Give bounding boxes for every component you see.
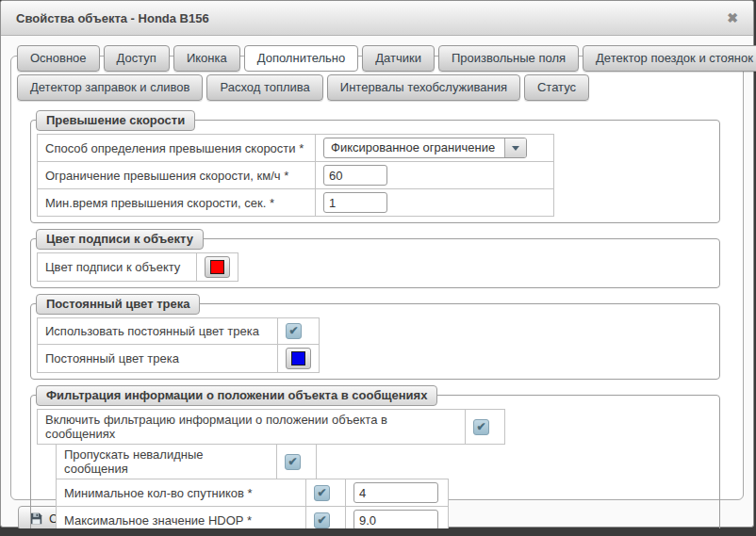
speeding-limit-input[interactable]: [323, 165, 387, 186]
tab-main[interactable]: Основное: [17, 45, 100, 72]
table-row: Включить фильтрацию информации о положен…: [38, 410, 505, 445]
max-hdop-checkbox[interactable]: ✔: [314, 512, 330, 528]
object-properties-dialog: Свойства объекта - Honda B156 ✖ Основное…: [0, 0, 754, 528]
section-track-color: Постоянный цвет трека Использовать посто…: [30, 303, 720, 380]
table-row: Использовать постоянный цвет трека ✔: [38, 318, 320, 345]
filtration-enable-table: Включить фильтрацию информации о положен…: [37, 409, 505, 445]
max-hdop-input[interactable]: [353, 510, 438, 530]
speeding-method-select[interactable]: Фиксированное ограничение: [323, 138, 527, 158]
chevron-down-icon: [512, 146, 519, 151]
tab-status[interactable]: Статус: [524, 74, 589, 101]
section-filtration: Фильтрация информации о положении объект…: [30, 395, 720, 536]
tab-icon[interactable]: Иконка: [173, 45, 240, 72]
tab-fuel-consumption[interactable]: Расход топлива: [206, 74, 322, 101]
track-color-table: Использовать постоянный цвет трека ✔ Пос…: [37, 317, 320, 373]
close-icon[interactable]: ✖: [727, 11, 738, 24]
label-color-swatch: [210, 260, 224, 274]
tab-row-2: Детектор заправок и сливов Расход топлив…: [17, 74, 737, 101]
tab-fuel-fillings-detector[interactable]: Детектор заправок и сливов: [17, 74, 203, 101]
label-color-picker-button[interactable]: [205, 256, 230, 278]
table-row: Постоянный цвет трека: [38, 345, 320, 373]
table-row: Ограничение превышения скорости, км/ч *: [38, 162, 554, 189]
tab-access[interactable]: Доступ: [104, 45, 170, 72]
dialog-titlebar: Свойства объекта - Honda B156 ✖: [1, 1, 753, 36]
table-row: Минимальное кол-во спутников * ✔: [57, 479, 449, 507]
dialog-title: Свойства объекта - Honda B156: [16, 11, 727, 25]
skip-invalid-checkbox[interactable]: ✔: [285, 454, 301, 470]
min-sats-checkbox[interactable]: ✔: [314, 485, 330, 501]
section-track-color-legend: Постоянный цвет трека: [36, 294, 200, 315]
filtration-values-table: Минимальное кол-во спутников * ✔ Максима…: [56, 479, 449, 536]
section-filtration-legend: Фильтрация информации о положении объект…: [36, 385, 437, 406]
tab-sensors[interactable]: Датчики: [362, 45, 435, 72]
skip-invalid-table: Пропускать невалидные сообщения ✔: [56, 444, 317, 479]
speeding-limit-label: Ограничение превышения скорости, км/ч *: [38, 162, 316, 189]
tab-trip-detector[interactable]: Детектор поездок и стоянок: [583, 45, 756, 72]
table-row: Цвет подписи к объекту: [38, 253, 238, 282]
table-row: Способ определения превышения скорости *…: [38, 135, 554, 162]
track-color-use-checkbox[interactable]: ✔: [286, 323, 302, 339]
tab-custom-fields[interactable]: Произвольные поля: [438, 45, 579, 72]
dialog-body: Основное Доступ Иконка Дополнительно Дат…: [1, 56, 753, 536]
speeding-method-label: Способ определения превышения скорости *: [38, 135, 316, 162]
background-strip: [0, 528, 756, 536]
dropdown-button[interactable]: [504, 138, 526, 157]
tab-advanced[interactable]: Дополнительно: [244, 45, 359, 72]
label-color-table: Цвет подписи к объекту: [37, 252, 238, 282]
label-color-label: Цвет подписи к объекту: [38, 253, 197, 282]
track-color-use-label: Использовать постоянный цвет трека: [38, 318, 278, 345]
table-row: Мин.время превышения скорости, сек. *: [38, 189, 554, 217]
track-color-picker-button[interactable]: [286, 348, 311, 369]
track-color-label: Постоянный цвет трека: [38, 345, 278, 373]
section-speeding: Превышение скорости Способ определения п…: [30, 120, 720, 223]
section-label-color-legend: Цвет подписи к объекту: [36, 229, 204, 250]
table-row: Пропускать невалидные сообщения ✔: [57, 445, 317, 479]
tab-row-1: Основное Доступ Иконка Дополнительно Дат…: [17, 45, 737, 72]
tab-panel: Основное Доступ Иконка Дополнительно Дат…: [10, 56, 744, 500]
tab-service-intervals[interactable]: Интервалы техобслуживания: [327, 74, 520, 101]
filtration-enable-checkbox[interactable]: ✔: [473, 419, 489, 435]
speeding-min-time-label: Мин.время превышения скорости, сек. *: [38, 189, 316, 217]
min-sats-label: Минимальное кол-во спутников *: [57, 479, 306, 507]
filtration-sub-block: Пропускать невалидные сообщения ✔ Минима…: [56, 444, 714, 536]
section-label-color: Цвет подписи к объекту Цвет подписи к об…: [30, 238, 720, 288]
section-speeding-legend: Превышение скорости: [36, 110, 195, 131]
skip-invalid-label: Пропускать невалидные сообщения: [57, 445, 277, 479]
speeding-min-time-input[interactable]: [323, 192, 387, 213]
track-color-swatch: [291, 351, 305, 365]
min-sats-input[interactable]: [353, 482, 438, 503]
filtration-enable-label: Включить фильтрацию информации о положен…: [38, 410, 466, 445]
speeding-table: Способ определения превышения скорости *…: [37, 134, 554, 217]
tab-bar: Основное Доступ Иконка Дополнительно Дат…: [17, 45, 737, 101]
speeding-method-value: Фиксированное ограничение: [324, 138, 504, 157]
